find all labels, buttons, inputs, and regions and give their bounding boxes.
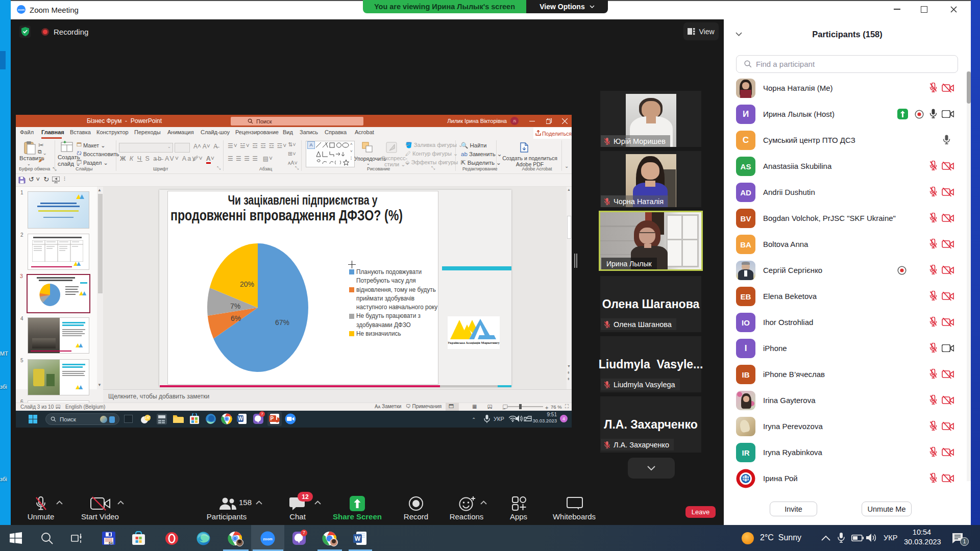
svg-text:zoom: zoom [263, 537, 272, 541]
svg-text:64: 64 [109, 541, 113, 545]
svg-text:W: W [355, 535, 361, 542]
